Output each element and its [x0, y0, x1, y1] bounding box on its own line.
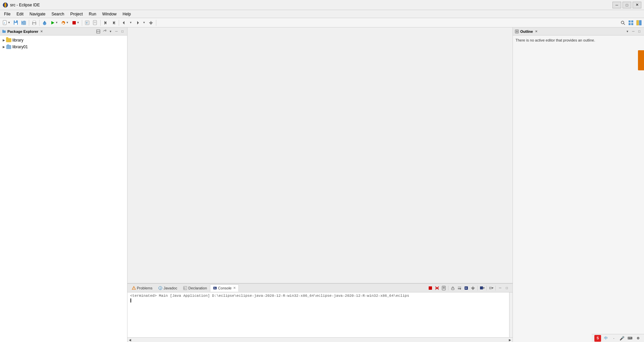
svg-rect-34 — [629, 20, 631, 22]
editor-main[interactable] — [127, 27, 513, 283]
tab-javadoc[interactable]: J Javadoc — [155, 284, 180, 292]
menu-help[interactable]: Help — [120, 11, 134, 17]
svg-line-33 — [624, 23, 625, 25]
horizontal-scrollbar[interactable]: ◀ ▶ — [127, 337, 513, 342]
prev-edit-button[interactable] — [102, 19, 109, 26]
outline-close[interactable]: ✕ — [535, 30, 538, 33]
display-selected-dropdown[interactable]: ⊟▾ — [488, 285, 494, 291]
toolbar-sep-2 — [39, 20, 40, 26]
minimize-console-button[interactable]: ─ — [497, 285, 503, 291]
library-folder-icon — [6, 38, 11, 43]
forward-history-dropdown[interactable]: ▼ — [142, 19, 147, 26]
stop-dropdown[interactable]: ▼ — [70, 19, 80, 26]
remove-terminated-button[interactable] — [434, 285, 440, 291]
external-tools-dropdown[interactable]: ▶ ▼ — [60, 19, 70, 26]
tab-problems[interactable]: ! Problems — [129, 284, 155, 292]
scroll-right-arrow[interactable]: ▶ — [509, 338, 511, 342]
scroll-lock-button[interactable] — [450, 285, 456, 291]
menu-window[interactable]: Window — [100, 11, 119, 17]
taskbar-dot-icon[interactable]: · — [610, 335, 617, 342]
panel-menu-button[interactable]: ▾ — [108, 29, 113, 34]
svg-text:!: ! — [133, 287, 134, 289]
console-text-area[interactable]: <terminated> Main [Java Application] D:\… — [127, 292, 509, 337]
console-scrollbar[interactable] — [509, 292, 513, 337]
tab-console[interactable]: Console ✕ — [210, 284, 239, 292]
debug-button[interactable] — [41, 19, 48, 26]
tab-console-close[interactable]: ✕ — [233, 286, 236, 290]
menu-project[interactable]: Project — [67, 11, 85, 17]
taskbar-sogou-icon[interactable]: S — [594, 335, 601, 342]
svg-rect-37 — [631, 23, 633, 25]
svg-rect-10 — [22, 21, 26, 25]
maximize-panel-button[interactable]: □ — [120, 29, 125, 34]
outline-maximize-button[interactable]: □ — [637, 29, 642, 34]
outline-empty-message: There is no active editor that provides … — [516, 38, 595, 42]
perspective-button[interactable] — [627, 19, 635, 26]
next-edit-button[interactable] — [110, 19, 117, 26]
svg-rect-63 — [451, 288, 454, 290]
new-file-dropdown[interactable]: J ▼ — [1, 19, 11, 26]
save-all-button[interactable] — [20, 19, 28, 26]
tab-javadoc-label: Javadoc — [163, 286, 177, 290]
minimize-button[interactable]: ─ — [612, 2, 621, 8]
tab-declaration[interactable]: D Declaration — [180, 284, 210, 292]
svg-text:J: J — [4, 22, 5, 24]
open-console-button[interactable] — [463, 285, 469, 291]
taskbar-mic-icon[interactable]: 🎤 — [619, 335, 625, 342]
menu-file[interactable]: File — [1, 11, 13, 17]
save-button[interactable] — [12, 19, 19, 26]
right-side-tab[interactable] — [638, 50, 644, 70]
word-wrap-button[interactable] — [457, 285, 463, 291]
menu-edit[interactable]: Edit — [14, 11, 26, 17]
menu-navigate[interactable]: Navigate — [27, 11, 48, 17]
open-type-button[interactable]: T — [84, 19, 91, 26]
console-cursor — [130, 298, 131, 302]
toolbar-sep-5 — [119, 20, 119, 26]
pin-console-button[interactable] — [470, 285, 476, 291]
link-with-editor-button[interactable] — [102, 29, 107, 34]
collapse-all-button[interactable] — [96, 29, 101, 34]
menu-run[interactable]: Run — [86, 11, 99, 17]
problems-icon: ! — [132, 286, 136, 290]
run-dropdown[interactable]: ▼ — [49, 19, 59, 26]
taskbar-keyboard-icon[interactable]: ⌨ — [627, 335, 633, 342]
close-button[interactable]: ✕ — [633, 2, 641, 8]
svg-rect-36 — [629, 23, 631, 25]
declaration-icon: D — [183, 286, 187, 290]
maximize-console-button[interactable]: □ — [504, 285, 510, 291]
title-bar: src - Eclipse IDE ─ □ ✕ — [0, 0, 644, 10]
print-button[interactable] — [31, 19, 38, 26]
svg-rect-19 — [72, 21, 76, 24]
menu-bar: File Edit Navigate Search Project Run Wi… — [0, 10, 644, 18]
console-toolbar: ▾ ⊟▾ ─ □ — [427, 285, 511, 291]
tree-item-library[interactable]: ▶ library — [0, 37, 127, 44]
outline-title: Outline ✕ — [515, 29, 538, 33]
console-sep-3 — [486, 286, 487, 290]
maximize-button[interactable]: □ — [623, 2, 631, 8]
minimize-panel-button[interactable]: ─ — [114, 29, 119, 34]
console-input-line[interactable] — [130, 298, 506, 303]
open-resource-button[interactable] — [92, 19, 99, 26]
new-console-dropdown[interactable]: ▾ — [479, 285, 485, 291]
outline-menu-button[interactable]: ▾ — [625, 29, 630, 34]
svg-rect-6 — [15, 20, 16, 22]
taskbar-zh-icon[interactable]: 中 — [602, 335, 609, 342]
forward-button[interactable] — [134, 19, 141, 26]
pin-editor-button[interactable] — [147, 19, 155, 26]
search-button[interactable] — [619, 19, 627, 26]
svg-rect-55 — [429, 286, 432, 290]
outline-minimize-button[interactable]: ─ — [631, 29, 636, 34]
open-perspective-button[interactable] — [635, 19, 643, 26]
svg-marker-31 — [137, 21, 139, 24]
clear-console-button[interactable] — [441, 285, 447, 291]
stop-console-button[interactable] — [427, 285, 433, 291]
package-explorer-close[interactable]: ✕ — [40, 30, 43, 33]
scroll-left-arrow[interactable]: ◀ — [129, 338, 131, 342]
svg-rect-67 — [480, 286, 483, 289]
back-button[interactable] — [120, 19, 128, 26]
library01-label: library01 — [12, 45, 28, 49]
taskbar-settings-icon[interactable]: ⚙ — [635, 335, 641, 342]
tree-item-library01[interactable]: ▶ library01 — [0, 44, 127, 50]
menu-search[interactable]: Search — [49, 11, 67, 17]
back-history-dropdown[interactable]: ▼ — [128, 19, 133, 26]
